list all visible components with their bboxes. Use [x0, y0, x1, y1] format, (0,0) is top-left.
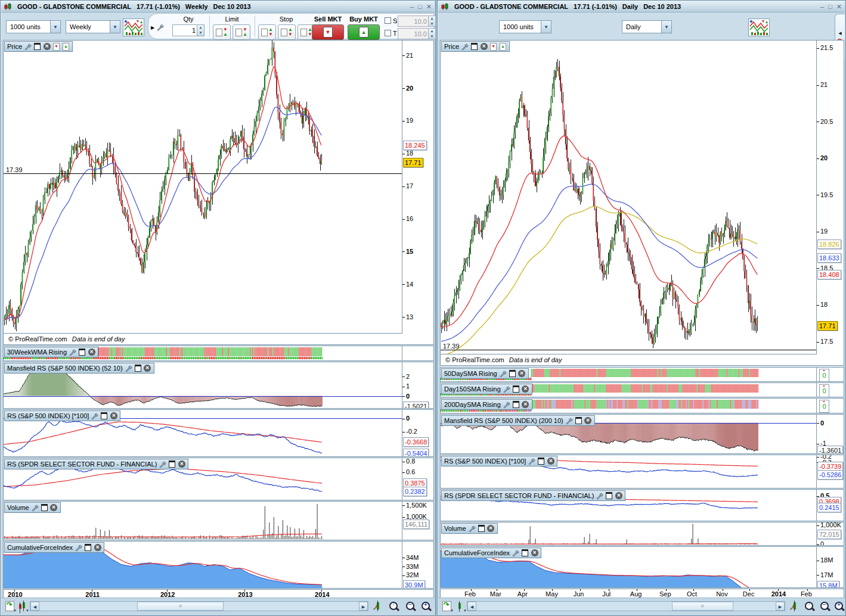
- close-button[interactable]: ✕: [836, 3, 842, 10]
- wrench-icon[interactable]: [24, 43, 32, 51]
- zoom-out-icon[interactable]: −: [819, 601, 832, 614]
- maximize-button[interactable]: □: [828, 3, 832, 10]
- window-icon[interactable]: [33, 43, 41, 51]
- panel-header-rs-spdr-select-sector-fund-financial[interactable]: RS (SPDR SELECT SECTOR FUND - FINANCIAL)…: [4, 459, 188, 469]
- wrench-icon[interactable]: [596, 492, 603, 500]
- panel-header-rs-s-p-500-index-100[interactable]: RS (S&P 500 INDEX) [*100]✕: [4, 410, 120, 421]
- wrench-icon[interactable]: [503, 385, 510, 393]
- buy-market-button[interactable]: ▲: [348, 24, 380, 40]
- panel-header-30weekwma-rising[interactable]: 30WeekWMA Rising✕: [4, 347, 98, 357]
- close-icon[interactable]: ✕: [615, 492, 622, 500]
- wrench-icon[interactable]: [31, 504, 39, 512]
- chart-settings-icon[interactable]: [372, 601, 384, 612]
- scroll-left-icon[interactable]: ◀: [467, 602, 476, 611]
- close-icon[interactable]: ✕: [178, 461, 185, 468]
- chart-objects-icon[interactable]: ▼: [455, 601, 467, 612]
- close-icon[interactable]: ✕: [50, 504, 58, 512]
- title-bar[interactable]: GOOD - GLADSTONE COMMERCIAL 17.71 (-1.01…: [1, 1, 435, 13]
- chart-objects-icon[interactable]: ▼: [17, 601, 29, 612]
- chart-area[interactable]: 21201918171615141318.24517.71© ProRealTi…: [3, 40, 434, 599]
- volume-canvas[interactable]: [4, 502, 402, 540]
- price-canvas[interactable]: [4, 41, 402, 333]
- minimize-button[interactable]: –: [410, 3, 414, 10]
- wrench-icon[interactable]: [125, 365, 132, 372]
- window-icon[interactable]: [512, 401, 520, 409]
- close-icon[interactable]: ✕: [480, 43, 488, 51]
- zoom-out-icon[interactable]: −: [404, 601, 417, 614]
- maximize-button[interactable]: □: [418, 3, 422, 10]
- wrench-icon[interactable]: [503, 401, 510, 409]
- wrench-icon[interactable]: [75, 544, 82, 552]
- stop-checkbox[interactable]: [385, 17, 391, 24]
- zoom-in-icon[interactable]: +: [420, 601, 433, 614]
- chevron-down-icon[interactable]: ▼: [541, 21, 551, 33]
- chart-area[interactable]: 21.52120.52019.51918.51817.518.82618.633…: [440, 40, 844, 599]
- panel-header-cumulativeforceindex[interactable]: CumulativeForceIndex✕: [441, 547, 541, 558]
- scroll-left-icon[interactable]: ◀: [30, 602, 39, 611]
- close-icon[interactable]: ✕: [110, 412, 117, 420]
- chevron-down-icon[interactable]: ▼: [110, 21, 120, 33]
- close-icon[interactable]: ✕: [584, 417, 592, 425]
- wrench-icon[interactable]: [91, 412, 98, 420]
- window-icon[interactable]: [537, 458, 545, 465]
- panel-header-50daysma-rising[interactable]: 50DaySMA Rising✕: [441, 368, 529, 379]
- panel-header-day150sma-rising[interactable]: Day150SMA Rising✕: [441, 384, 532, 394]
- window-icon[interactable]: [470, 43, 478, 51]
- buy-stop-button[interactable]: ▲▼: [258, 24, 276, 40]
- sell-market-button[interactable]: ▼: [312, 24, 344, 40]
- wrench-icon[interactable]: [528, 458, 535, 465]
- target-value-spinner[interactable]: 10.0 ▲▼: [398, 28, 436, 39]
- send-back-icon[interactable]: ▼: [52, 43, 60, 51]
- window-icon[interactable]: [84, 544, 92, 552]
- window-icon[interactable]: [605, 492, 613, 500]
- panel-header-mansfield-rs-s-p-500-index-200-10[interactable]: Mansfield RS (S&P 500 INDEX) (200 10)✕: [441, 415, 595, 426]
- send-back-icon[interactable]: ▼: [489, 43, 497, 51]
- horizontal-scrollbar[interactable]: ◀ ≡ ▶: [30, 601, 368, 611]
- quantity-stepper[interactable]: ▲▼: [197, 25, 204, 36]
- close-icon[interactable]: ✕: [531, 549, 538, 557]
- sell-limit-button[interactable]: ▼▲: [233, 24, 250, 40]
- chevron-down-icon[interactable]: ▼: [661, 21, 671, 33]
- wrench-icon[interactable]: [69, 349, 76, 356]
- title-bar[interactable]: GOOD - GLADSTONE COMMERCIAL 17.71 (-1.01…: [438, 1, 845, 13]
- close-icon[interactable]: ✕: [487, 525, 495, 533]
- scroll-right-icon[interactable]: ▶: [359, 602, 368, 611]
- wrench-icon[interactable]: [499, 370, 507, 378]
- collapse-arrow-icon[interactable]: ▶: [151, 25, 154, 30]
- panel-header-cumulativeforceindex[interactable]: CumulativeForceIndex✕: [4, 542, 104, 553]
- close-icon[interactable]: ✕: [518, 370, 526, 378]
- window-icon[interactable]: [575, 417, 582, 425]
- panel-header-rs-spdr-select-sector-fund-financial[interactable]: RS (SPDR SELECT SECTOR FUND - FINANCIAL)…: [441, 490, 625, 501]
- panel-header-rs-s-p-500-index-100[interactable]: RS (S&P 500 INDEX) [*100]✕: [441, 456, 557, 466]
- chart-style-button[interactable]: [123, 18, 144, 36]
- wrench-icon[interactable]: [565, 417, 573, 425]
- window-icon[interactable]: [78, 349, 86, 356]
- drawing-tools-icon[interactable]: ↷▼: [5, 601, 17, 612]
- wrench-icon[interactable]: [512, 549, 519, 557]
- wrench-icon[interactable]: [159, 461, 166, 468]
- zoom-fit-icon[interactable]: ↕: [388, 601, 401, 614]
- panel-header-volume[interactable]: Volume✕: [4, 502, 61, 513]
- window-icon[interactable]: [100, 412, 108, 420]
- bring-front-icon[interactable]: ▲: [499, 43, 507, 51]
- scrollbar-thumb[interactable]: ≡: [137, 602, 223, 611]
- panel-header-volume[interactable]: Volume✕: [441, 523, 498, 534]
- zoom-in-icon[interactable]: +: [833, 601, 846, 614]
- window-icon[interactable]: [134, 365, 142, 372]
- scrollbar-thumb[interactable]: ≡: [672, 602, 733, 611]
- close-icon[interactable]: ✕: [43, 43, 51, 51]
- zoom-fit-icon[interactable]: ↕: [803, 601, 816, 614]
- panel-header-price[interactable]: Price✕▼▲: [4, 41, 73, 52]
- panel-header-mansfield-rs-s-p-500-index-52-10[interactable]: Mansfield RS (S&P 500 INDEX) (52 10)✕: [4, 363, 154, 374]
- close-icon[interactable]: ✕: [94, 544, 101, 552]
- scroll-right-icon[interactable]: ▶: [776, 602, 785, 611]
- quantity-input[interactable]: 1 ▲▼: [172, 24, 204, 36]
- sell-stop-button[interactable]: ▲▼: [278, 24, 296, 40]
- close-icon[interactable]: ✕: [547, 458, 554, 465]
- chevron-down-icon[interactable]: ▼: [50, 21, 60, 33]
- chart-style-button[interactable]: [748, 18, 770, 36]
- window-icon[interactable]: [478, 525, 485, 533]
- units-select[interactable]: 1000 units ▼: [6, 20, 61, 33]
- close-icon[interactable]: ✕: [144, 365, 151, 372]
- units-select[interactable]: 1000 units ▼: [499, 20, 551, 33]
